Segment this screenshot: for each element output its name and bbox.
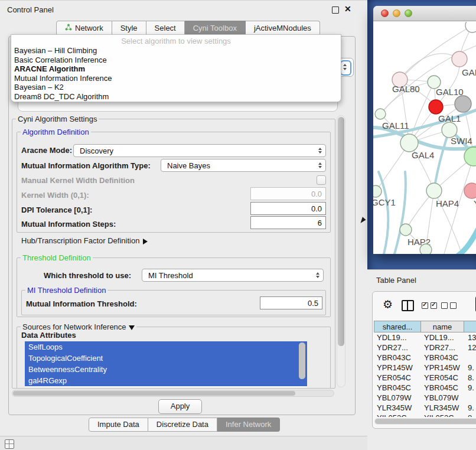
spinner-icon: [316, 272, 319, 279]
table-cell: YBR045C: [374, 383, 421, 393]
table-row[interactable]: YDL19...YDL19...13: [374, 332, 476, 343]
tab-impute-data[interactable]: Impute Data: [89, 418, 148, 432]
close-panel-icon[interactable]: ✕: [344, 4, 351, 14]
select-all-columns-icon[interactable]: [422, 302, 437, 309]
tab-label: jActiveMNodules: [254, 21, 311, 35]
table-body: YDL19...YDL19...13YDR27...YDR27...12YBR0…: [374, 332, 476, 417]
popup-item[interactable]: Bayesian – K2: [11, 83, 341, 92]
manual-kernel-checkbox[interactable]: [317, 175, 326, 185]
table-cell: YER054C: [374, 373, 421, 383]
network-node-gal11[interactable]: [375, 109, 386, 119]
table-cell: YBR043C: [374, 353, 421, 363]
node-label: GAL: [462, 67, 476, 77]
tab-infer-network[interactable]: Infer Network: [217, 418, 280, 432]
which-threshold-value: MI Threshold: [142, 271, 316, 280]
table-cell: [465, 393, 476, 403]
settings-horizontal-scrollbar[interactable]: [12, 390, 334, 397]
column-header[interactable]: [464, 321, 476, 332]
apply-button[interactable]: Apply: [158, 399, 202, 414]
minimize-traffic-light[interactable]: [393, 9, 400, 17]
attribute-item[interactable]: SelfLoops: [25, 341, 307, 353]
attribute-item[interactable]: TopologicalCoefficient: [25, 353, 307, 364]
scrollbar-thumb[interactable]: [338, 117, 344, 346]
manual-kernel-label: Manual Kernel Width Definition: [21, 176, 135, 185]
kernel-width-label: Kernel Width (0,1):: [21, 191, 89, 200]
deselect-all-columns-icon[interactable]: [441, 302, 457, 309]
table-panel-title: Table Panel: [376, 276, 416, 285]
attributes-scrollbar[interactable]: [299, 343, 305, 379]
network-node[interactable]: [465, 22, 476, 32]
dpi-tolerance-input[interactable]: [250, 202, 326, 215]
popup-item[interactable]: Dream8 DC_TDC Algorithm: [11, 92, 341, 102]
control-panel-window: Control Panel ✕ NetworkStyleSelectCyni T…: [0, 0, 367, 436]
table-cell: YDL19...: [421, 332, 465, 343]
combobox-arrow-button[interactable]: [340, 60, 351, 76]
popup-placeholder: Select algorithm to view settings: [11, 37, 341, 46]
network-node-hap4[interactable]: [426, 183, 442, 198]
popup-item[interactable]: ARACNE Algorithm: [11, 64, 341, 74]
tab-discretize-data[interactable]: Discretize Data: [148, 418, 217, 432]
table-row[interactable]: YBL079WYBL079W: [374, 393, 476, 403]
settings-vertical-scrollbar[interactable]: [337, 115, 345, 387]
gear-icon[interactable]: ⚙: [383, 298, 393, 311]
tab-label: Style: [120, 21, 138, 35]
mi-steps-input[interactable]: [250, 216, 326, 229]
mi-threshold-label: Mutual Information Threshold:: [26, 299, 137, 308]
scrollbar-thumb[interactable]: [375, 419, 476, 424]
kernel-width-input[interactable]: [250, 187, 326, 200]
aracne-mode-combobox[interactable]: Discovery: [73, 144, 326, 157]
tab-label: Select: [155, 21, 176, 35]
mi-type-combobox[interactable]: Naive Bayes: [161, 159, 326, 172]
table-row[interactable]: YBR045CYBR045C9.: [374, 383, 476, 393]
table-row[interactable]: YLR345WYLR345W9.: [374, 403, 476, 413]
popup-item[interactable]: Basic Correlation Inference: [11, 56, 341, 65]
attribute-item[interactable]: gal4RGexp: [25, 375, 307, 386]
table-row[interactable]: YER054CYER054C8.: [374, 373, 476, 383]
network-node-gal4[interactable]: [400, 134, 418, 152]
popup-item[interactable]: Mutual Information Inference: [11, 74, 341, 83]
table-row[interactable]: YDR27...YDR27...12: [374, 343, 476, 353]
mi-threshold-legend: MI Threshold Definition: [25, 286, 107, 295]
network-node-gcy1[interactable]: [373, 185, 382, 197]
table-cell: YDL19...: [374, 332, 421, 343]
zoom-traffic-light[interactable]: [405, 9, 412, 17]
which-threshold-combobox[interactable]: MI Threshold: [142, 269, 324, 282]
scrollbar-thumb[interactable]: [13, 391, 295, 396]
network-window-titlebar[interactable]: [373, 6, 476, 21]
network-view-window: GALGAL80GAL10GAL1GAL11SWI4GAL4GCY1HAP4YH…: [373, 6, 476, 254]
column-browser-icon[interactable]: [402, 300, 414, 311]
network-node-gal[interactable]: [452, 51, 467, 67]
close-traffic-light[interactable]: [381, 9, 389, 17]
data-attributes-list: SelfLoopsTopologicalCoefficientBetweenne…: [25, 341, 307, 387]
column-header[interactable]: shared...: [374, 321, 421, 332]
table-row[interactable]: YPR145WYPR145W9.: [374, 363, 476, 373]
table-row[interactable]: YIL052CYIL052C8: [374, 413, 476, 417]
table-panel-body: ⚙ shared...name YDL19...YDL19...13YDR27.…: [372, 291, 476, 429]
table-cell: YPR145W: [374, 363, 421, 373]
network-node-hap2[interactable]: [400, 224, 412, 236]
float-window-icon[interactable]: [332, 6, 339, 14]
table-horizontal-scrollbar[interactable]: [374, 418, 476, 425]
collapse-down-icon[interactable]: [129, 325, 135, 330]
sources-legend-label: Sources for Network Inference: [22, 322, 126, 331]
aracne-mode-value: Discovery: [74, 146, 318, 155]
popup-item[interactable]: Bayesian – Hill Climbing: [11, 46, 341, 56]
node-label: GAL10: [436, 87, 464, 97]
table-row[interactable]: YBR043CYBR043C: [374, 353, 476, 363]
table-cell: YIL052C: [374, 413, 421, 417]
column-header[interactable]: name: [420, 321, 464, 332]
node-label: GAL80: [392, 84, 420, 94]
network-node[interactable]: [455, 96, 471, 112]
network-node-y[interactable]: [464, 183, 476, 198]
attribute-item[interactable]: BetweennessCentrality: [25, 364, 307, 375]
tab-label: Cyni Toolbox: [193, 21, 237, 35]
network-node-gal1[interactable]: [429, 100, 443, 114]
hub-definition-toggle[interactable]: Hub/Transcription Factor Definition: [21, 236, 148, 245]
dpi-tolerance-label: DPI Tolerance [0,1]:: [21, 206, 92, 214]
aracne-mode-label: Aracne Mode:: [21, 146, 72, 155]
network-canvas[interactable]: GALGAL80GAL10GAL1GAL11SWI4GAL4GCY1HAP4YH…: [373, 22, 476, 254]
mi-threshold-input[interactable]: [260, 296, 322, 309]
grid-icon[interactable]: [5, 439, 14, 449]
network-node[interactable]: [420, 244, 432, 254]
table-cell: YIL052C: [421, 413, 465, 417]
